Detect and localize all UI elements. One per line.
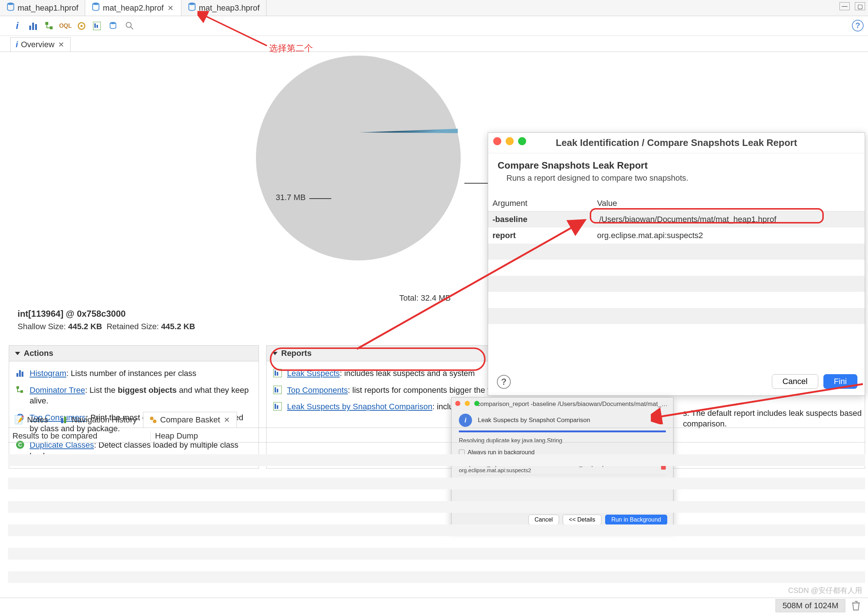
info-icon: i <box>16 40 18 50</box>
svg-rect-5 <box>35 24 37 30</box>
caret-down-icon[interactable] <box>273 352 277 355</box>
svg-rect-6 <box>45 22 48 25</box>
col-value: Value <box>594 199 865 208</box>
close-icon[interactable]: ✕ <box>57 40 65 49</box>
close-icon[interactable] <box>493 137 501 145</box>
svg-rect-4 <box>32 23 34 30</box>
maximize-icon[interactable]: ▢ <box>855 2 865 10</box>
col-argument: Argument <box>488 199 594 208</box>
svg-rect-7 <box>50 26 53 29</box>
minimize-icon[interactable]: — <box>840 2 850 10</box>
tab-heap2[interactable]: mat_heap2.hprof ✕ <box>85 0 181 16</box>
svg-rect-29 <box>277 389 278 393</box>
subtab-label: Overview <box>21 40 54 50</box>
cancel-button[interactable]: Cancel <box>772 374 818 389</box>
zoom-icon[interactable] <box>474 401 479 406</box>
annotation-highlight <box>590 208 824 223</box>
info-icon[interactable]: i <box>12 20 23 31</box>
svg-rect-32 <box>277 405 278 409</box>
close-icon[interactable] <box>455 401 460 406</box>
action-histogram[interactable]: Histogram: Lists number of instances per… <box>16 365 252 382</box>
results-grid <box>8 442 865 597</box>
caret-down-icon[interactable] <box>15 352 20 355</box>
report-icon <box>273 402 283 411</box>
svg-rect-37 <box>64 417 66 423</box>
main-toolbar: i OQL ? <box>0 16 868 36</box>
progress-title: comparison_report -baseline /Users/biaow… <box>451 397 673 410</box>
gear-icon[interactable] <box>76 20 87 31</box>
action-dominator-tree[interactable]: Dominator Tree: List the biggest objects… <box>16 382 252 409</box>
svg-rect-17 <box>22 372 23 377</box>
link[interactable]: Leak Suspects <box>287 369 339 378</box>
compare-icon <box>149 416 157 424</box>
pie-label-left: 31.7 MB <box>276 193 306 202</box>
svg-rect-11 <box>95 23 96 28</box>
oql-icon[interactable]: OQL <box>60 20 71 31</box>
tab-notes[interactable]: 📝Notes <box>8 412 54 428</box>
help-icon[interactable]: ? <box>497 375 511 389</box>
status-bar: 508M of 1024M <box>0 597 868 613</box>
tab-compare-basket[interactable]: Compare Basket✕ <box>143 412 237 428</box>
svg-point-38 <box>150 417 153 420</box>
report-icon[interactable] <box>92 20 103 31</box>
link[interactable]: Leak Suspects by Snapshot Comparison <box>287 402 432 411</box>
finish-button[interactable]: Fini <box>823 374 857 389</box>
notes-icon: 📝 <box>14 415 24 425</box>
trash-icon[interactable] <box>851 601 861 611</box>
watermark: CSDN @安仔都有人用 <box>788 585 862 596</box>
tab-heap1[interactable]: mat_heap1.hprof <box>0 0 85 16</box>
window-controls: — ▢ <box>840 2 865 10</box>
svg-rect-28 <box>274 387 276 393</box>
memory-indicator[interactable]: 508M of 1024M <box>775 599 845 612</box>
compare-snapshots-dialog: Leak Identification / Compare Snapshots … <box>488 132 865 396</box>
val-report: org.eclipse.mat.api:suspects2 <box>594 231 865 240</box>
link[interactable]: Dominator Tree <box>29 385 85 395</box>
minimize-icon[interactable] <box>506 137 514 145</box>
close-icon[interactable]: ✕ <box>223 416 231 424</box>
svg-rect-12 <box>96 25 98 28</box>
annotation-text: 选择第二个 <box>269 42 313 54</box>
col-heap-dump: Heap Dump <box>150 431 198 441</box>
link[interactable]: Histogram <box>29 369 66 378</box>
tab-label: mat_heap3.hprof <box>199 3 260 13</box>
svg-point-13 <box>110 22 116 24</box>
svg-rect-31 <box>274 404 276 409</box>
subtab-overview[interactable]: i Overview ✕ <box>10 37 71 51</box>
help-icon[interactable]: ? <box>852 20 863 31</box>
panel-title: Actions <box>24 349 53 358</box>
tab-navigation-history[interactable]: Navigation History <box>54 412 143 428</box>
close-icon[interactable]: ✕ <box>167 4 174 12</box>
svg-point-0 <box>7 3 14 5</box>
tab-label: mat_heap1.hprof <box>17 3 78 13</box>
pie-total: Total: 32.4 MB <box>399 293 451 303</box>
search-icon[interactable] <box>124 20 135 31</box>
link[interactable]: Top Components <box>287 385 348 395</box>
zoom-icon[interactable] <box>518 137 526 145</box>
mac-window-controls <box>493 137 526 145</box>
tree-icon <box>16 385 25 395</box>
shallow-value: 445.2 KB <box>68 322 102 331</box>
database-icon <box>6 2 15 14</box>
svg-rect-25 <box>274 371 276 376</box>
svg-rect-36 <box>61 418 63 423</box>
report-icon <box>273 369 283 378</box>
minimize-icon[interactable] <box>465 401 470 406</box>
svg-point-39 <box>153 419 157 423</box>
histogram-icon[interactable] <box>28 20 39 31</box>
results-header: Results to be compared Heap Dump <box>8 429 865 442</box>
history-icon <box>60 416 68 424</box>
tab-label: mat_heap2.hprof <box>103 3 163 13</box>
dialog-title: Leak Identification / Compare Snapshots … <box>488 133 865 153</box>
bottom-tab-bar: 📝Notes Navigation History Compare Basket… <box>8 412 865 428</box>
svg-rect-16 <box>19 370 21 377</box>
arg-report: report <box>493 231 516 240</box>
dialog-subtitle: Compare Snapshots Leak Report <box>498 160 855 171</box>
tree-icon[interactable] <box>44 20 55 31</box>
object-info: int[113964] @ 0x758c3000 Shallow Size: 4… <box>17 309 195 331</box>
svg-rect-15 <box>17 373 18 377</box>
editor-tab-bar: mat_heap1.hprof mat_heap2.hprof ✕ mat_he… <box>0 0 868 16</box>
database-dropdown-icon[interactable] <box>108 20 119 31</box>
tab-heap3[interactable]: mat_heap3.hprof <box>181 0 267 16</box>
shallow-label: Shallow Size: <box>17 322 66 331</box>
retained-value: 445.2 KB <box>161 322 195 331</box>
